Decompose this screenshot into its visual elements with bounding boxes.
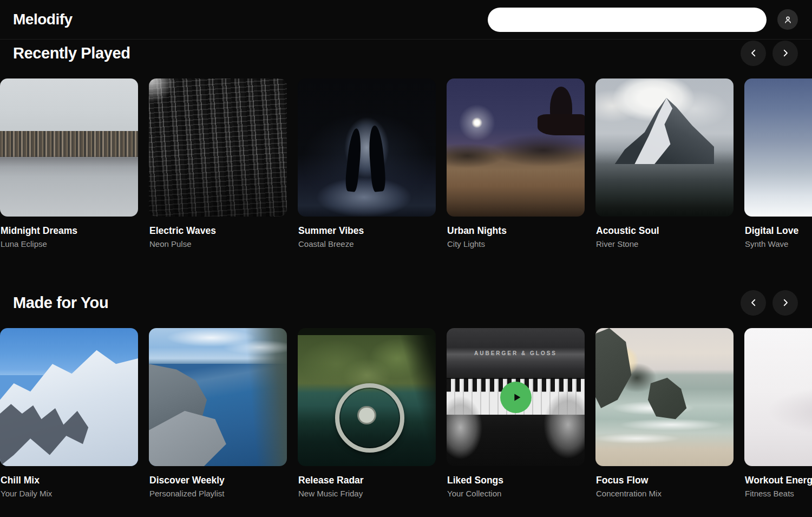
card-subtitle: Your Collection xyxy=(447,489,585,498)
header-right xyxy=(488,8,798,32)
card-subtitle: Neon Pulse xyxy=(149,239,287,248)
section-head: Made for You xyxy=(0,290,812,315)
search-input[interactable] xyxy=(488,8,767,32)
playlist-card[interactable]: Urban Nights City Lights xyxy=(447,78,585,248)
card-title: Release Radar xyxy=(298,475,436,486)
card-title: Midnight Dreams xyxy=(0,225,138,237)
card-title: Workout Energy xyxy=(744,475,812,486)
carousel-controls xyxy=(741,290,798,316)
card-title: Electric Waves xyxy=(149,225,287,237)
user-icon xyxy=(783,15,793,25)
playlist-section: Made for You xyxy=(0,290,812,498)
card-subtitle: Coastal Breeze xyxy=(298,239,436,248)
chevron-right-icon xyxy=(781,298,790,307)
playlist-card[interactable]: Digital Love Synth Wave xyxy=(744,78,812,248)
chevron-right-icon xyxy=(781,48,790,58)
card-subtitle: City Lights xyxy=(447,239,585,248)
playlist-card[interactable]: Release Radar New Music Friday xyxy=(298,328,436,498)
play-circle xyxy=(500,382,532,413)
playlist-card[interactable]: Electric Waves Neon Pulse xyxy=(149,78,287,248)
playlist-card[interactable]: Summer Vibes Coastal Breeze xyxy=(298,78,436,248)
play-icon xyxy=(509,391,522,403)
card-subtitle: Concentration Mix xyxy=(595,489,734,498)
card-title: Digital Love xyxy=(744,225,812,237)
card-title: Acoustic Soul xyxy=(595,225,734,237)
card-title: Chill Mix xyxy=(0,475,138,486)
card-art xyxy=(0,328,138,466)
section-title: Made for You xyxy=(13,294,108,312)
main-content: Recently Played xyxy=(0,41,812,498)
carousel-prev-button[interactable] xyxy=(741,290,766,316)
card-subtitle: New Music Friday xyxy=(298,489,436,498)
card-art xyxy=(744,78,812,217)
app-header: Melodify xyxy=(0,0,812,40)
section-head: Recently Played xyxy=(0,41,812,66)
card-art xyxy=(149,328,287,466)
playlist-card[interactable]: Discover Weekly Personalized Playlist xyxy=(149,328,287,498)
card-subtitle: Personalized Playlist xyxy=(149,489,287,498)
playlist-card[interactable]: Chill Mix Your Daily Mix xyxy=(0,328,138,498)
card-art xyxy=(595,328,734,466)
card-subtitle: Luna Eclipse xyxy=(0,239,138,248)
profile-button[interactable] xyxy=(777,9,798,30)
card-title: Summer Vibes xyxy=(298,225,436,237)
card-subtitle: Your Daily Mix xyxy=(0,489,138,498)
card-title: Discover Weekly xyxy=(149,475,287,486)
chevron-left-icon xyxy=(749,298,758,307)
card-subtitle: River Stone xyxy=(595,239,734,248)
cards-row: Chill Mix Your Daily Mix Discover Weekl xyxy=(0,328,812,498)
card-art xyxy=(447,78,585,217)
card-art xyxy=(0,78,138,217)
card-art xyxy=(744,328,812,466)
card-title: Focus Flow xyxy=(595,475,734,486)
playlist-card[interactable]: Focus Flow Concentration Mix xyxy=(595,328,734,498)
card-title: Liked Songs xyxy=(447,475,585,486)
playlist-card[interactable]: AUBERGER & GLOSS Liked Songs Your Collec… xyxy=(447,328,585,498)
playlist-section: Recently Played xyxy=(0,41,812,248)
carousel-next-button[interactable] xyxy=(772,290,798,316)
playlist-card[interactable]: Workout Energy Fitness Beats xyxy=(744,328,812,498)
card-subtitle: Fitness Beats xyxy=(744,489,812,498)
card-art xyxy=(149,78,287,217)
card-title: Urban Nights xyxy=(447,225,585,237)
card-art: AUBERGER & GLOSS xyxy=(447,328,585,466)
card-art xyxy=(595,78,734,217)
carousel-prev-button[interactable] xyxy=(741,41,766,66)
playlist-card[interactable]: Acoustic Soul River Stone xyxy=(595,78,734,248)
play-button[interactable] xyxy=(447,328,585,466)
chevron-left-icon xyxy=(749,48,758,58)
carousel-next-button[interactable] xyxy=(772,41,798,66)
carousel-controls xyxy=(741,41,798,66)
playlist-card[interactable]: Midnight Dreams Luna Eclipse xyxy=(0,78,138,248)
app-logo[interactable]: Melodify xyxy=(13,11,73,28)
card-art xyxy=(298,78,436,217)
section-title: Recently Played xyxy=(13,44,130,62)
cards-row: Midnight Dreams Luna Eclipse Electric W xyxy=(0,78,812,248)
card-subtitle: Synth Wave xyxy=(744,239,812,248)
card-art xyxy=(298,328,436,466)
